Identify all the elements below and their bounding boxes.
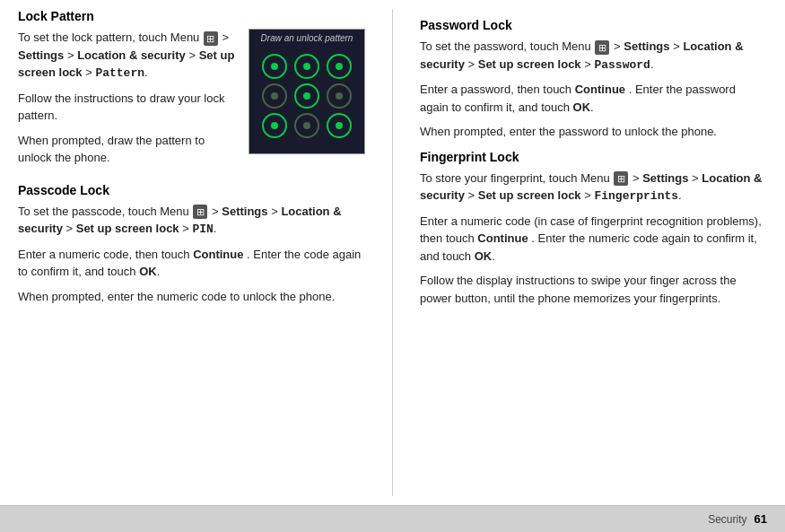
ps-sep3: > bbox=[182, 222, 192, 235]
password-p2: Enter a password, then touch Continue . … bbox=[420, 81, 767, 116]
ps-p2-pre: Enter a numeric code, then touch bbox=[18, 248, 190, 261]
ps-continue: Continue bbox=[193, 248, 243, 261]
ps-period: . bbox=[214, 222, 217, 235]
fingerprint-p3: Follow the display instructions to swipe… bbox=[420, 272, 767, 307]
dot-inner-8 bbox=[303, 122, 310, 129]
dot-inner-7 bbox=[271, 122, 278, 129]
fp-bold3: Set up screen lock bbox=[478, 188, 581, 202]
pw-sep2: > bbox=[468, 57, 478, 71]
ps-bold3: Set up screen lock bbox=[76, 222, 179, 235]
pw-continue: Continue bbox=[575, 83, 625, 96]
pw-period: . bbox=[650, 57, 654, 71]
lp-bold2: Location & security bbox=[77, 48, 186, 62]
dot-5 bbox=[291, 82, 323, 111]
fingerprint-lock-title: Fingerprint Lock bbox=[420, 150, 767, 164]
content-area: Lock Pattern Draw an unlock pattern bbox=[0, 0, 785, 505]
menu-icon-fp bbox=[614, 171, 628, 186]
ps-sep1: > bbox=[271, 205, 281, 218]
lp-sep1: > bbox=[67, 48, 77, 62]
pattern-image-label: Draw an unlock pattern bbox=[249, 30, 364, 43]
fp-p2-end: . bbox=[492, 249, 495, 263]
fp-p1-pre: To store your fingerprint, touch Menu bbox=[420, 171, 610, 185]
dot-1 bbox=[258, 52, 291, 82]
pw-bold4: Password bbox=[594, 58, 650, 72]
dot-8 bbox=[291, 110, 323, 140]
ps-p2-end: . bbox=[157, 265, 161, 278]
dot-inner-5 bbox=[303, 92, 310, 100]
dot-outer-8 bbox=[294, 113, 319, 138]
lp-bold1: Settings bbox=[18, 48, 64, 62]
fp-bold4: Fingerprints bbox=[594, 189, 678, 203]
footer-page-number: 61 bbox=[754, 512, 767, 526]
dot-3 bbox=[323, 52, 355, 82]
passcode-p3: When prompted, enter the numeric code to… bbox=[18, 288, 365, 306]
page-container: Lock Pattern Draw an unlock pattern bbox=[0, 0, 785, 532]
ps-bold4: PIN bbox=[192, 222, 213, 236]
fp-period: . bbox=[678, 188, 682, 202]
dot-outer-1 bbox=[262, 54, 287, 79]
pw-p2-pre: Enter a password, then touch bbox=[420, 83, 571, 96]
dot-2 bbox=[291, 52, 323, 82]
fingerprint-p2: Enter a numeric code (in case of fingerp… bbox=[420, 213, 767, 266]
right-column: Password Lock To set the password, touch… bbox=[393, 9, 767, 496]
left-column: Lock Pattern Draw an unlock pattern bbox=[18, 9, 393, 496]
fp-sep1: > bbox=[692, 171, 702, 185]
fp-sep3: > bbox=[584, 188, 594, 202]
pw-bold3: Set up screen lock bbox=[478, 57, 581, 71]
lp-sep3: > bbox=[85, 65, 95, 79]
password-p3: When prompted, enter the password to unl… bbox=[420, 123, 767, 141]
ps-bold1: Settings bbox=[222, 205, 267, 218]
fingerprint-p1: To store your fingerprint, touch Menu > … bbox=[420, 170, 767, 205]
ps-sep2: > bbox=[66, 222, 76, 235]
dot-outer-6 bbox=[327, 83, 352, 109]
ps-p1-pre: To set the passcode, touch Menu bbox=[18, 205, 189, 218]
password-lock-title: Password Lock bbox=[420, 18, 767, 32]
password-lock-section: Password Lock To set the password, touch… bbox=[420, 18, 767, 141]
dot-9 bbox=[323, 110, 355, 140]
dot-inner-4 bbox=[271, 92, 278, 100]
lp-p1-pre: To set the lock pattern, touch Menu bbox=[18, 31, 199, 44]
pw-p1-pre: To set the password, touch Menu bbox=[420, 39, 591, 53]
menu-icon-lp bbox=[204, 31, 218, 46]
fp-ok: OK bbox=[475, 249, 493, 263]
ps-ok: OK bbox=[139, 265, 157, 278]
lp-period: . bbox=[144, 65, 148, 79]
dot-inner-1 bbox=[271, 63, 278, 70]
pattern-grid bbox=[249, 43, 364, 149]
dot-6 bbox=[323, 82, 355, 111]
passcode-p2: Enter a numeric code, then touch Continu… bbox=[18, 246, 365, 281]
passcode-section: Passcode Lock To set the passcode, touch… bbox=[18, 183, 365, 306]
pw-p2-end: . bbox=[590, 100, 594, 114]
dot-outer-3 bbox=[327, 54, 352, 79]
lock-pattern-section: Lock Pattern Draw an unlock pattern bbox=[18, 9, 365, 174]
dot-outer-5 bbox=[294, 83, 319, 109]
dot-inner-6 bbox=[336, 92, 343, 100]
fp-continue: Continue bbox=[477, 231, 528, 245]
fp-bold1: Settings bbox=[642, 171, 688, 185]
pw-sep3: > bbox=[584, 57, 594, 71]
dot-inner-9 bbox=[336, 122, 343, 129]
footer-section-label: Security bbox=[708, 513, 746, 526]
dot-outer-9 bbox=[327, 113, 352, 138]
fp-sep2: > bbox=[468, 188, 478, 202]
lp-bold4: Pattern bbox=[95, 66, 144, 80]
dot-inner-3 bbox=[336, 63, 343, 70]
dot-outer-2 bbox=[294, 54, 319, 79]
pw-bold1: Settings bbox=[624, 39, 669, 53]
lock-pattern-title: Lock Pattern bbox=[18, 9, 365, 23]
menu-icon-pw bbox=[595, 40, 609, 55]
dot-outer-7 bbox=[262, 113, 287, 138]
dot-inner-2 bbox=[303, 63, 310, 70]
passcode-title: Passcode Lock bbox=[18, 183, 365, 197]
pw-ok: OK bbox=[573, 100, 591, 114]
passcode-p1: To set the passcode, touch Menu > Settin… bbox=[18, 203, 365, 239]
dot-7 bbox=[258, 110, 291, 140]
footer-bar: Security 61 bbox=[0, 505, 785, 532]
lp-sep2: > bbox=[188, 48, 198, 62]
fingerprint-lock-section: Fingerprint Lock To store your fingerpri… bbox=[420, 150, 767, 308]
dot-4 bbox=[258, 82, 291, 111]
menu-icon-ps bbox=[193, 205, 207, 219]
password-p1: To set the password, touch Menu > Settin… bbox=[420, 38, 767, 74]
pw-sep1: > bbox=[673, 39, 683, 53]
dot-outer-4 bbox=[262, 83, 287, 109]
